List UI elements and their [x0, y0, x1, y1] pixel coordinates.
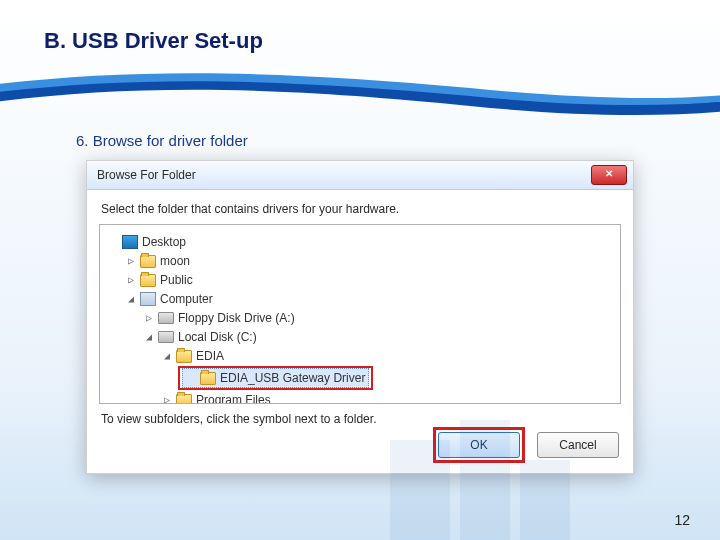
page-number: 12	[674, 512, 690, 528]
folder-icon	[176, 394, 192, 405]
svg-rect-0	[390, 440, 450, 540]
computer-icon	[140, 292, 156, 306]
tree-label: Public	[160, 271, 193, 289]
folder-tree[interactable]: Desktop ▷ moon	[99, 224, 621, 404]
dialog-title: Browse For Folder	[97, 168, 196, 182]
tree-node-floppy[interactable]: ▷ Floppy Disk Drive (A:)	[142, 309, 297, 327]
highlighted-selection: EDIA_USB Gateway Driver	[178, 366, 373, 390]
folder-icon	[200, 372, 216, 385]
folder-icon	[140, 274, 156, 287]
dialog-instruction: Select the folder that contains drivers …	[101, 202, 621, 216]
slide-title: B. USB Driver Set-up	[44, 28, 263, 54]
folder-icon	[140, 255, 156, 268]
background-building-graphic	[370, 400, 590, 540]
tree-label: Computer	[160, 290, 213, 308]
expander-icon[interactable]: ◢	[162, 347, 172, 365]
tree-label: Floppy Disk Drive (A:)	[178, 309, 295, 327]
tree-node-edia[interactable]: ◢ EDIA	[160, 347, 226, 365]
close-button[interactable]: ✕	[591, 165, 627, 185]
tree-label: EDIA	[196, 347, 224, 365]
tree-node-edia-usb[interactable]: EDIA_USB Gateway Driver	[182, 368, 369, 388]
tree-label: Desktop	[142, 233, 186, 251]
tree-label: moon	[160, 252, 190, 270]
step-label: 6. Browse for driver folder	[76, 132, 248, 149]
drive-icon	[158, 331, 174, 343]
dialog-titlebar: Browse For Folder ✕	[87, 161, 633, 190]
tree-node-computer[interactable]: ◢ Computer	[124, 290, 215, 308]
drive-icon	[158, 312, 174, 324]
svg-rect-2	[520, 460, 570, 540]
expander-icon[interactable]: ▷	[126, 271, 136, 289]
expander-icon[interactable]: ▷	[162, 391, 172, 404]
expander-icon[interactable]: ▷	[126, 252, 136, 270]
tree-label: Local Disk (C:)	[178, 328, 257, 346]
swoosh-graphic	[0, 62, 720, 122]
svg-rect-1	[460, 420, 510, 540]
expander-icon[interactable]: ◢	[144, 328, 154, 346]
folder-icon	[176, 350, 192, 363]
desktop-icon	[122, 235, 138, 249]
tree-label: EDIA_USB Gateway Driver	[220, 369, 365, 387]
expander-icon[interactable]: ▷	[144, 309, 154, 327]
tree-node-moon[interactable]: ▷ moon	[124, 252, 192, 270]
tree-node-desktop[interactable]: Desktop	[106, 233, 188, 251]
tree-node-public[interactable]: ▷ Public	[124, 271, 195, 289]
tree-node-program-files[interactable]: ▷ Program Files	[160, 391, 273, 404]
expander-icon[interactable]: ◢	[126, 290, 136, 308]
tree-node-localdisk[interactable]: ◢ Local Disk (C:)	[142, 328, 259, 346]
tree-label: Program Files	[196, 391, 271, 404]
